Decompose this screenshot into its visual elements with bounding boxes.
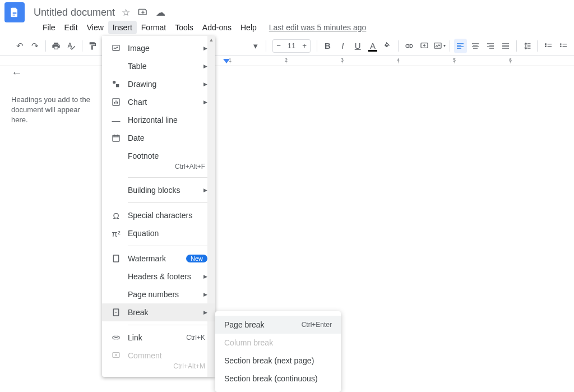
insert-menu-dropdown: ▲ Image ▶ Table ▶ Drawing ▶ Chart ▶ ― Ho… [102,36,215,377]
edit-status[interactable]: Last edit was 5 minutes ago [269,23,367,32]
separator [537,40,538,52]
redo-button[interactable]: ↷ [29,39,41,53]
menu-label: Link [128,333,186,342]
menu-format[interactable]: Format [137,21,170,34]
font-size-control[interactable]: − 11 + [272,39,311,53]
submenu-arrow-icon: ▶ [203,81,207,87]
insert-special-characters[interactable]: Ω Special characters [102,206,215,224]
bold-button[interactable]: B [321,39,334,53]
menu-label: Equation [128,229,207,238]
menu-edit[interactable]: Edit [60,21,82,34]
menu-insert[interactable]: Insert [108,21,137,34]
menu-tools[interactable]: Tools [170,21,198,34]
spellcheck-button[interactable] [65,39,78,53]
insert-building-blocks[interactable]: Building blocks ▶ [102,181,215,199]
separator [266,40,266,52]
menu-label: Table [128,62,203,71]
separator [128,246,215,246]
print-button[interactable] [50,39,63,53]
separator [516,40,517,52]
submenu-arrow-icon: ▶ [203,45,207,51]
horizontal-line-icon: ― [110,116,122,125]
watermark-icon [110,254,122,263]
highlight-button[interactable] [382,39,395,53]
font-size-increase[interactable]: + [299,41,310,50]
separator [317,40,317,52]
insert-break[interactable]: Break ▶ [102,303,215,321]
document-title[interactable]: Untitled document [34,7,115,19]
insert-chart[interactable]: Chart ▶ [102,93,215,111]
font-size-decrease[interactable]: − [273,41,284,50]
menu-label: Page break [224,320,302,329]
underline-button[interactable]: U [351,39,364,53]
comment-icon [110,351,122,360]
menu-label: Footnote [128,151,207,160]
align-right-button[interactable] [484,39,497,53]
align-justify-button[interactable] [499,39,512,53]
break-page[interactable]: Page break Ctrl+Enter [215,316,341,334]
menu-addons[interactable]: Add-ons [198,21,236,34]
paint-format-button[interactable] [86,39,99,53]
submenu-arrow-icon: ▶ [203,292,207,297]
add-comment-button[interactable] [418,39,430,53]
insert-link[interactable]: Link Ctrl+K [102,329,215,347]
menu-label: Section break (next page) [224,356,332,365]
star-icon[interactable]: ☆ [122,7,130,19]
menu-label: Horizontal line [128,116,207,124]
svg-rect-9 [113,135,119,141]
ruler-tick: 2 [285,57,288,63]
insert-drawing[interactable]: Drawing ▶ [102,75,215,93]
menu-help[interactable]: Help [236,21,261,34]
separator [82,40,82,52]
menu-file[interactable]: File [38,21,60,34]
new-badge: New [186,255,207,262]
toolbar: ↶ ↷ ▾ − 11 + B I U A ▾ [0,36,574,56]
insert-comment: Comment [102,347,215,365]
insert-image-button[interactable]: ▾ [433,39,446,53]
break-section-next[interactable]: Section break (next page) [215,352,341,370]
break-column: Column break [215,334,341,352]
separator [398,40,399,52]
insert-page-numbers[interactable]: Page numbers ▶ [102,285,215,303]
outline-back-button[interactable]: ← [11,66,92,79]
separator [128,325,215,325]
insert-headers-footers[interactable]: Headers & footers ▶ [102,268,215,285]
font-size-value[interactable]: 11 [284,41,299,50]
insert-watermark[interactable]: Watermark New [102,250,215,268]
line-spacing-button[interactable] [520,39,533,53]
insert-link-button[interactable] [402,39,415,53]
menu-label: Section break (continuous) [224,374,332,383]
undo-button[interactable]: ↶ [13,39,26,53]
menu-label: Special characters [128,211,207,220]
align-left-button[interactable] [454,39,467,53]
outline-panel: ← Headings you add to the document will … [0,56,104,136]
menu-label: Drawing [128,80,203,89]
menu-label: Watermark [128,254,186,263]
break-section-continuous[interactable]: Section break (continuous) [215,370,341,388]
text-color-button[interactable]: A [367,39,379,53]
svg-point-3 [560,45,562,47]
cloud-icon[interactable]: ☁ [156,7,165,19]
insert-date[interactable]: Date [102,129,215,147]
insert-image[interactable]: Image ▶ [102,39,215,57]
menu-view[interactable]: View [82,21,108,34]
equation-icon: π² [110,229,122,238]
docs-logo[interactable] [4,2,25,22]
insert-footnote[interactable]: Footnote [102,147,215,165]
drawing-icon [110,80,122,89]
link-shortcut: Ctrl+K [186,334,205,342]
menu-label: Comment [128,351,207,360]
menu-label: Page numbers [128,290,203,299]
ruler-tick: 4 [397,57,400,63]
insert-horizontal-line[interactable]: ― Horizontal line [102,111,215,129]
checklist-button[interactable] [541,39,554,53]
styles-dropdown[interactable]: ▾ [249,39,262,53]
align-center-button[interactable] [469,39,482,53]
ruler-tick: 3 [341,57,344,63]
italic-button[interactable]: I [336,39,349,53]
insert-equation[interactable]: π² Equation [102,224,215,242]
ruler-tick: 1 [229,57,232,63]
move-icon[interactable] [138,7,148,19]
bulleted-list-button[interactable] [557,39,570,53]
insert-table[interactable]: Table ▶ [102,57,215,75]
